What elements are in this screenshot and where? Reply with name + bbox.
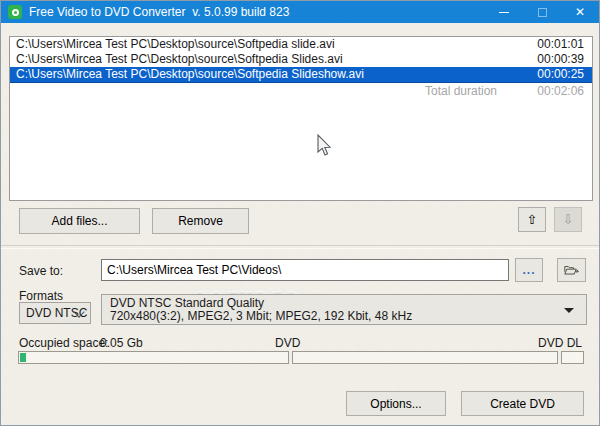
list-item[interactable]: C:\Users\Mircea Test PC\Desktop\source\S… — [10, 52, 592, 67]
options-button[interactable]: Options... — [346, 391, 446, 416]
move-down-button[interactable]: ⇩ — [554, 207, 582, 232]
save-to-label: Save to: — [19, 264, 63, 278]
file-duration: 00:00:25 — [537, 67, 584, 82]
close-button[interactable]: ✕ — [561, 1, 599, 23]
add-files-button[interactable]: Add files... — [19, 208, 140, 234]
move-up-button[interactable]: ⇧ — [518, 207, 546, 232]
remove-button[interactable]: Remove — [152, 208, 249, 234]
disc-icon — [12, 9, 19, 16]
minimize-icon — [499, 12, 509, 13]
file-path: C:\Users\Mircea Test PC\Desktop\source\S… — [16, 67, 364, 82]
save-to-input[interactable] — [101, 259, 509, 281]
open-folder-button[interactable] — [557, 258, 586, 282]
window-title: Free Video to DVD Converter v. 5.0.99 bu… — [29, 5, 289, 19]
minimize-button[interactable] — [485, 1, 523, 23]
arrow-down-icon: ⇩ — [563, 212, 574, 227]
divider — [1, 245, 600, 249]
total-duration-value: 00:02:06 — [537, 83, 584, 99]
formats-label: Formats — [19, 289, 63, 303]
dropdown-arrow-icon — [564, 308, 574, 313]
total-duration-label: Total duration — [425, 83, 497, 99]
occupied-space-value: 0.05 Gb — [100, 336, 143, 350]
maximize-icon — [538, 8, 547, 17]
file-path: C:\Users\Mircea Test PC\Desktop\source\S… — [16, 37, 335, 52]
title-bar: Free Video to DVD Converter v. 5.0.99 bu… — [1, 1, 599, 23]
file-duration: 00:00:39 — [537, 52, 584, 67]
preset-title: DVD NTSC Standard Quality — [110, 296, 264, 310]
preset-details: 720x480(3:2), MPEG2, 3 Mbit; MPEG2, 192 … — [110, 309, 412, 323]
list-item[interactable]: C:\Users\Mircea Test PC\Desktop\source\S… — [10, 37, 592, 52]
maximize-button[interactable] — [523, 1, 561, 23]
file-path: C:\Users\Mircea Test PC\Desktop\source\S… — [16, 52, 343, 67]
browse-button[interactable]: ... — [515, 258, 543, 282]
create-dvd-button[interactable]: Create DVD — [461, 391, 584, 416]
capacity-bar-fill — [20, 353, 26, 362]
list-item-selected[interactable]: C:\Users\Mircea Test PC\Desktop\source\S… — [10, 67, 592, 83]
capacity-bar-dvd — [18, 351, 289, 364]
file-duration: 00:01:01 — [537, 37, 584, 52]
dvd-dl-marker-label: DVD DL — [538, 336, 582, 350]
app-window: Free Video to DVD Converter v. 5.0.99 bu… — [0, 0, 600, 426]
app-icon — [8, 5, 22, 19]
capacity-bar-end — [561, 351, 584, 364]
window-controls: ✕ — [485, 1, 599, 23]
capacity-bar-dvd-dl — [292, 351, 558, 364]
open-folder-icon — [564, 264, 579, 277]
format-select[interactable]: DVD NTSC — [19, 302, 91, 324]
occupied-space-label: Occupied space: — [19, 336, 108, 350]
preset-dropdown[interactable]: DVD NTSC Standard Quality 720x480(3:2), … — [101, 294, 587, 325]
total-duration-row: Total duration 00:02:06 — [10, 83, 592, 99]
dvd-marker-label: DVD — [275, 336, 300, 350]
arrow-up-icon: ⇧ — [527, 212, 538, 227]
file-list: C:\Users\Mircea Test PC\Desktop\source\S… — [9, 36, 593, 201]
